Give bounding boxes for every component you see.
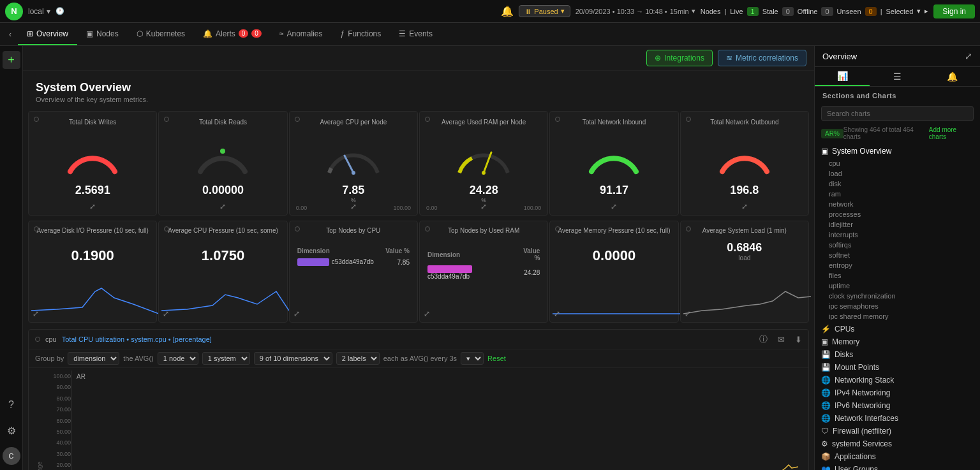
list-item[interactable]: ram bbox=[815, 189, 980, 199]
info-icon[interactable]: ⓘ bbox=[759, 334, 768, 345]
logo: N bbox=[5, 3, 23, 20]
group-firewall[interactable]: 🛡 Firewall (netfilter) bbox=[815, 425, 980, 437]
download-icon[interactable]: ⬇ bbox=[795, 335, 802, 344]
paused-toggle[interactable]: ⏸ Paused ▾ bbox=[519, 5, 570, 17]
list-item[interactable]: disk bbox=[815, 179, 980, 189]
group-ipv4[interactable]: 🌐 IPv4 Networking bbox=[815, 386, 980, 399]
gauge-svg bbox=[582, 130, 646, 181]
list-item[interactable]: ipc shared memory bbox=[815, 311, 980, 321]
node-select[interactable]: 1 node bbox=[158, 352, 198, 365]
gauge-total-disk-writes[interactable]: Total Disk Writes 2.5691 ⤢ bbox=[28, 111, 157, 216]
tab-events[interactable]: ☰ Events bbox=[390, 23, 442, 45]
mail-icon[interactable]: ✉ bbox=[778, 335, 785, 344]
integrations-button[interactable]: ⊕ Integrations bbox=[646, 50, 713, 66]
list-item[interactable]: cpu bbox=[815, 158, 980, 168]
tab-anomalies[interactable]: ≈ Anomalies bbox=[271, 23, 332, 45]
dim-bar bbox=[427, 265, 472, 273]
gauge-network-inbound[interactable]: Total Network Inbound 91.17 ⤢ bbox=[549, 111, 678, 216]
alerts-label: Alerts bbox=[216, 29, 235, 38]
system-select[interactable]: 1 system bbox=[202, 352, 250, 365]
expand-icon: ⤢ bbox=[424, 309, 430, 318]
labels-select[interactable]: 2 labels bbox=[336, 352, 380, 365]
each-select[interactable]: ▾ bbox=[461, 352, 484, 365]
chart-value: 0.0000 bbox=[554, 247, 674, 264]
rp-tab-bell[interactable]: 🔔 bbox=[925, 67, 980, 86]
rp-tab-chart[interactable]: 📊 bbox=[815, 67, 870, 86]
group-network-interfaces[interactable]: 🌐 Network Interfaces bbox=[815, 412, 980, 425]
list-item[interactable]: idlejitter bbox=[815, 219, 980, 230]
list-item[interactable]: uptime bbox=[815, 281, 980, 291]
metric-correlations-button[interactable]: ≋ Metric correlations bbox=[718, 50, 806, 66]
list-item[interactable]: files bbox=[815, 270, 980, 281]
list-item[interactable]: processes bbox=[815, 209, 980, 219]
nodes-section: Nodes | Live 1 Stale 0 Offline 0 Unseen … bbox=[701, 7, 929, 16]
tab-functions[interactable]: ƒ Functions bbox=[332, 23, 390, 45]
live-separator: | bbox=[724, 8, 726, 15]
nav-collapse[interactable]: ‹ bbox=[3, 27, 18, 42]
reset-button[interactable]: Reset bbox=[487, 355, 506, 362]
dimension-header: Dimension bbox=[425, 246, 513, 263]
bell-icon[interactable]: 🔔 bbox=[501, 5, 514, 17]
tab-overview[interactable]: ⊞ Overview bbox=[18, 23, 77, 45]
tab-nodes[interactable]: ▣ Nodes bbox=[77, 23, 128, 45]
search-input[interactable] bbox=[821, 106, 974, 121]
list-item[interactable]: load bbox=[815, 168, 980, 179]
dimensions-select[interactable]: 9 of 10 dimensions bbox=[254, 352, 332, 365]
anomalies-icon: ≈ bbox=[279, 29, 284, 38]
env-selector[interactable]: local ▾ bbox=[28, 7, 50, 16]
chart-top-nodes-ram[interactable]: Top Nodes by Used RAM Dimension Value % … bbox=[419, 221, 548, 323]
list-item[interactable]: ipc semaphores bbox=[815, 301, 980, 311]
gauge-svg bbox=[452, 130, 516, 181]
selected-expand: ▸ bbox=[924, 7, 928, 15]
group-networking-stack[interactable]: 🌐 Networking Stack bbox=[815, 374, 980, 386]
val-cell: 7.85 bbox=[382, 257, 412, 267]
expand-icon: ⤢ bbox=[293, 309, 300, 318]
group-ipv6[interactable]: 🌐 IPv6 Networking bbox=[815, 399, 980, 412]
chart-cpu-pressure[interactable]: Average CPU Pressure (10 sec, some) 1.07… bbox=[158, 221, 287, 323]
signin-button[interactable]: Sign in bbox=[933, 4, 975, 18]
add-more-link[interactable]: Add more charts bbox=[929, 126, 974, 140]
settings-icon[interactable]: ⚙ bbox=[3, 422, 20, 439]
group-cpus[interactable]: ⚡ CPUs bbox=[815, 323, 980, 335]
group-mount-points[interactable]: 💾 Mount Points bbox=[815, 361, 980, 374]
rp-tab-filter[interactable]: ☰ bbox=[870, 67, 924, 86]
group-system-overview: ▣ System Overview cpu load disk ram netw… bbox=[815, 143, 980, 323]
group-systemd[interactable]: ⚙ systemd Services bbox=[815, 437, 980, 450]
chart-disk-pressure[interactable]: Average Disk I/O Pressure (10 sec, full)… bbox=[28, 221, 157, 323]
dim-cell: c53dda49a7db bbox=[425, 264, 513, 281]
gauge-avg-ram[interactable]: Average Used RAM per Node 24.28 % 0.0010… bbox=[419, 111, 548, 216]
list-item[interactable]: softirqs bbox=[815, 240, 980, 250]
chart-title: Average CPU Pressure (10 sec, some) bbox=[163, 226, 283, 235]
group-user-groups[interactable]: 👥 User Groups bbox=[815, 463, 980, 470]
rp-expand-icon[interactable]: ⤢ bbox=[965, 51, 972, 61]
time-range[interactable]: 20/09/2023 • 10:33 → 10:48 • 15min ▾ bbox=[575, 7, 695, 15]
expand-icon: ⤢ bbox=[685, 309, 691, 318]
filter-badge[interactable]: AR% bbox=[821, 129, 843, 138]
tab-kubernetes[interactable]: ⬡ Kubernetes bbox=[128, 23, 194, 45]
tab-alerts[interactable]: 🔔 Alerts 0 0 bbox=[194, 23, 271, 45]
group-by-select[interactable]: dimension bbox=[68, 352, 119, 365]
group-memory[interactable]: ▣ Memory bbox=[815, 335, 980, 348]
group-header-system-overview[interactable]: ▣ System Overview bbox=[815, 144, 980, 158]
list-item[interactable]: softnet bbox=[815, 250, 980, 260]
gauge-network-outbound[interactable]: Total Network Outbound 196.8 ⤢ bbox=[680, 111, 809, 216]
group-applications[interactable]: 📦 Applications bbox=[815, 450, 980, 463]
gauge-total-disk-reads[interactable]: Total Disk Reads 0.00000 ⤢ bbox=[158, 111, 287, 216]
avatar[interactable]: C bbox=[3, 447, 20, 465]
add-icon[interactable]: + bbox=[3, 51, 20, 69]
chart-system-load[interactable]: Average System Load (1 min) 0.6846 load … bbox=[680, 221, 809, 323]
value-header: Value % bbox=[514, 246, 542, 263]
chart-top-nodes-cpu[interactable]: Top Nodes by CPU Dimension Value % c53dd… bbox=[289, 221, 418, 323]
paused-label: Paused bbox=[534, 8, 558, 15]
help-icon[interactable]: ? bbox=[3, 396, 20, 414]
cpu-query: Total CPU utilization • system.cpu • [pe… bbox=[62, 335, 212, 343]
list-item[interactable]: entropy bbox=[815, 260, 980, 270]
right-panel: Overview ⤢ 📊 ☰ 🔔 Sections and Charts AR%… bbox=[814, 46, 980, 470]
list-item[interactable]: clock synchronization bbox=[815, 291, 980, 301]
gauge-avg-cpu[interactable]: Average CPU per Node 7.85 % 0.00100.00 ⤢ bbox=[289, 111, 418, 216]
chart-memory-pressure[interactable]: Average Memory Pressure (10 sec, full) 0… bbox=[549, 221, 678, 323]
group-disks[interactable]: 💾 Disks bbox=[815, 348, 980, 361]
gauge-dot bbox=[295, 117, 300, 122]
list-item[interactable]: interrupts bbox=[815, 230, 980, 240]
list-item[interactable]: network bbox=[815, 199, 980, 209]
